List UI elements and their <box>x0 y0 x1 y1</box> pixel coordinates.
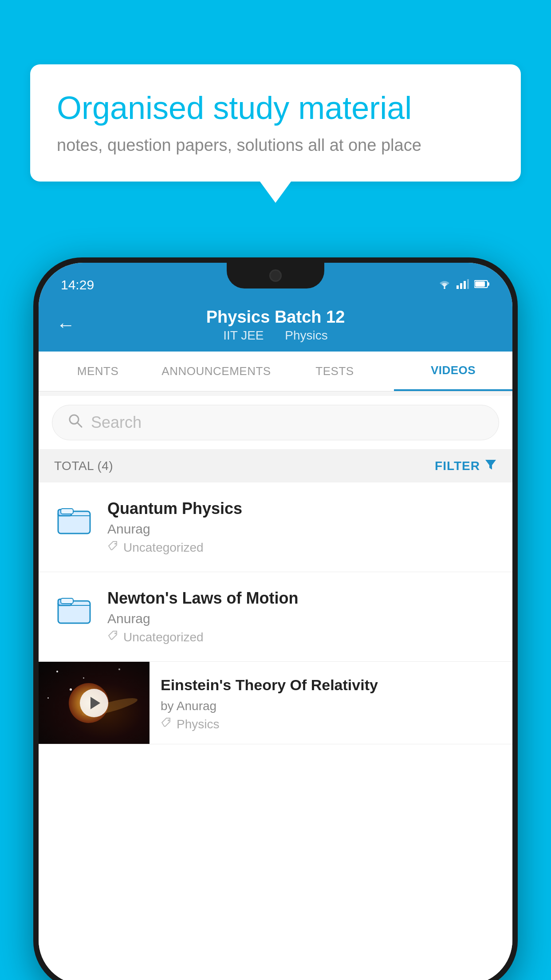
svg-rect-7 <box>475 281 485 287</box>
filter-bar: TOTAL (4) FILTER <box>39 449 512 482</box>
app-header: ← Physics Batch 12 IIT JEE Physics <box>39 298 512 352</box>
svg-rect-3 <box>464 281 466 289</box>
speech-bubble: Organised study material notes, question… <box>30 64 521 182</box>
svg-point-14 <box>114 543 116 545</box>
speech-bubble-title: Organised study material <box>57 89 494 127</box>
item-info: Quantum Physics Anurag Uncategorized <box>107 499 497 555</box>
einstein-info: Einstein's Theory Of Relativity by Anura… <box>150 662 512 740</box>
header-subtitle-iitjee: IIT JEE <box>223 328 264 342</box>
signal-icon <box>457 279 469 291</box>
item-thumbnail <box>54 589 94 629</box>
svg-rect-2 <box>460 283 462 289</box>
front-camera <box>269 269 282 282</box>
tab-ments[interactable]: MENTS <box>39 352 157 391</box>
svg-point-18 <box>114 632 116 634</box>
item-info: Newton's Laws of Motion Anurag Uncategor… <box>107 589 497 644</box>
phone-frame: 14:29 <box>33 257 518 980</box>
tag-icon <box>161 717 172 731</box>
header-subtitle: IIT JEE Physics <box>206 328 345 343</box>
search-icon <box>68 413 83 432</box>
tab-videos[interactable]: VIDEOS <box>394 352 512 391</box>
list-item[interactable]: Quantum Physics Anurag Uncategorized <box>39 482 512 572</box>
header-subtitle-physics: Physics <box>285 328 327 342</box>
einstein-thumbnail <box>39 662 150 744</box>
total-label: TOTAL (4) <box>54 459 113 473</box>
tag-icon <box>107 630 119 644</box>
item-tag: Uncategorized <box>107 630 497 644</box>
svg-point-0 <box>444 287 445 289</box>
header-title-block: Physics Batch 12 IIT JEE Physics <box>206 308 345 343</box>
phone-notch <box>227 263 324 288</box>
svg-point-19 <box>168 719 169 721</box>
svg-rect-6 <box>488 282 489 286</box>
folder-icon <box>56 502 92 537</box>
list-item[interactable]: Newton's Laws of Motion Anurag Uncategor… <box>39 572 512 662</box>
item-tag: Uncategorized <box>107 540 497 555</box>
speech-bubble-wrapper: Organised study material notes, question… <box>30 64 521 182</box>
status-icons <box>438 269 490 292</box>
back-button[interactable]: ← <box>56 314 75 336</box>
item-title: Quantum Physics <box>107 499 497 518</box>
item-tag-text: Uncategorized <box>123 630 204 644</box>
item-thumbnail <box>54 499 94 539</box>
tab-tests[interactable]: TESTS <box>276 352 394 391</box>
search-placeholder: Search <box>91 413 142 432</box>
item-title: Newton's Laws of Motion <box>107 589 497 608</box>
svg-rect-4 <box>467 279 469 289</box>
item-title: Einstein's Theory Of Relativity <box>161 675 501 695</box>
item-author: Anurag <box>107 522 497 537</box>
tabs-bar: MENTS ANNOUNCEMENTS TESTS VIDEOS <box>39 352 512 391</box>
item-tag-text: Physics <box>177 717 219 731</box>
filter-button[interactable]: FILTER <box>435 458 497 474</box>
speech-bubble-subtitle: notes, question papers, solutions all at… <box>57 136 494 155</box>
search-box[interactable]: Search <box>52 405 499 440</box>
play-button[interactable] <box>80 689 108 717</box>
filter-funnel-icon <box>484 458 497 474</box>
svg-marker-10 <box>485 460 496 470</box>
svg-rect-1 <box>457 285 459 289</box>
wifi-icon <box>438 278 451 292</box>
battery-icon <box>474 280 490 290</box>
svg-line-9 <box>77 423 82 427</box>
status-time: 14:29 <box>61 269 94 292</box>
folder-icon <box>56 591 92 627</box>
video-list: Quantum Physics Anurag Uncategorized <box>39 482 512 980</box>
item-author: by Anurag <box>161 699 501 713</box>
tab-announcements[interactable]: ANNOUNCEMENTS <box>157 352 276 391</box>
svg-rect-17 <box>61 598 73 604</box>
phone-screen: 14:29 <box>39 263 512 980</box>
search-container: Search <box>39 396 512 449</box>
phone-outer: 14:29 <box>33 257 518 980</box>
header-title: Physics Batch 12 <box>206 308 345 327</box>
filter-label: FILTER <box>435 459 480 473</box>
svg-rect-13 <box>61 509 73 514</box>
item-author: Anurag <box>107 611 497 626</box>
tag-icon <box>107 540 119 555</box>
item-tag-text: Uncategorized <box>123 541 204 555</box>
list-item[interactable]: Einstein's Theory Of Relativity by Anura… <box>39 662 512 744</box>
item-tag: Physics <box>161 717 501 731</box>
